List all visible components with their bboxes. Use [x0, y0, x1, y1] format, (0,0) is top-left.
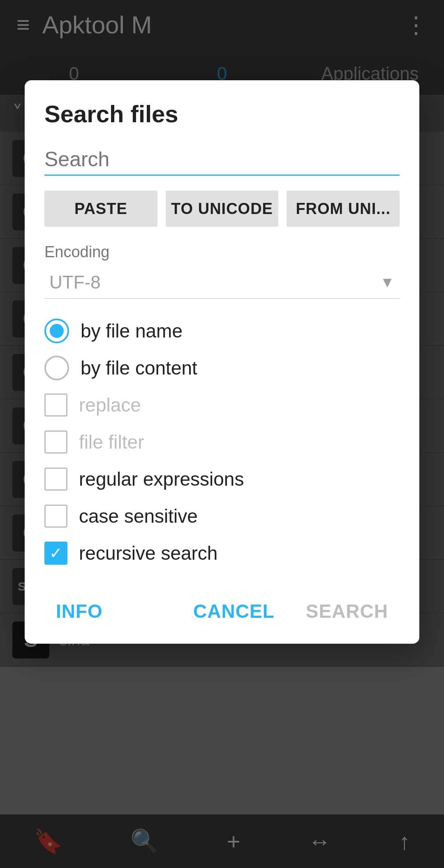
encoding-value: UTF-8 [49, 272, 380, 293]
option-label-file-filter: file filter [79, 431, 144, 453]
option-label-replace: replace [79, 394, 141, 416]
action-buttons-row: PASTE TO UNICODE FROM UNI... [44, 191, 400, 227]
option-label-by-file-content: by file content [81, 357, 197, 379]
dropdown-arrow-icon: ▼ [380, 274, 395, 291]
option-replace: replace [44, 389, 400, 421]
search-files-dialog: Search files PASTE TO UNICODE FROM UNI..… [25, 80, 419, 644]
encoding-select[interactable]: UTF-8 ▼ [44, 266, 400, 299]
from-unicode-button[interactable]: FROM UNI... [287, 191, 400, 227]
radio-inner-dot [50, 324, 64, 338]
checkbox-file-filter [44, 431, 67, 454]
cancel-button[interactable]: CANCEL [182, 593, 286, 629]
encoding-label: Encoding [44, 243, 400, 261]
checkbox-replace [44, 393, 67, 417]
paste-button[interactable]: PASTE [44, 191, 157, 227]
checkmark-icon: ✓ [49, 545, 62, 561]
option-label-by-file-name: by file name [81, 320, 183, 342]
radio-by-file-content[interactable] [44, 356, 69, 380]
checkbox-case-sensitive[interactable] [44, 505, 67, 528]
option-by-file-content[interactable]: by file content [44, 352, 400, 384]
radio-by-file-name[interactable] [44, 319, 69, 343]
search-input-wrap[interactable] [44, 144, 400, 176]
dialog-title: Search files [44, 100, 400, 128]
to-unicode-button[interactable]: TO UNICODE [166, 191, 279, 227]
option-label-recursive-search: recursive search [79, 542, 217, 564]
option-file-filter: file filter [44, 426, 400, 458]
option-regular-expressions[interactable]: regular expressions [44, 463, 400, 495]
options-list: by file name by file content replace fil… [44, 315, 400, 569]
option-recursive-search[interactable]: ✓ recursive search [44, 538, 400, 569]
option-label-case-sensitive: case sensitive [79, 505, 198, 527]
option-case-sensitive[interactable]: case sensitive [44, 500, 400, 532]
option-label-regular-expressions: regular expressions [79, 468, 244, 490]
checkbox-recursive-search[interactable]: ✓ [44, 542, 67, 565]
option-by-file-name[interactable]: by file name [44, 315, 400, 347]
info-button[interactable]: INFO [44, 593, 114, 629]
dialog-footer: INFO CANCEL SEARCH [44, 585, 400, 629]
search-input[interactable] [44, 144, 400, 175]
checkbox-regular-expressions[interactable] [44, 468, 67, 491]
search-button[interactable]: SEARCH [294, 593, 400, 629]
